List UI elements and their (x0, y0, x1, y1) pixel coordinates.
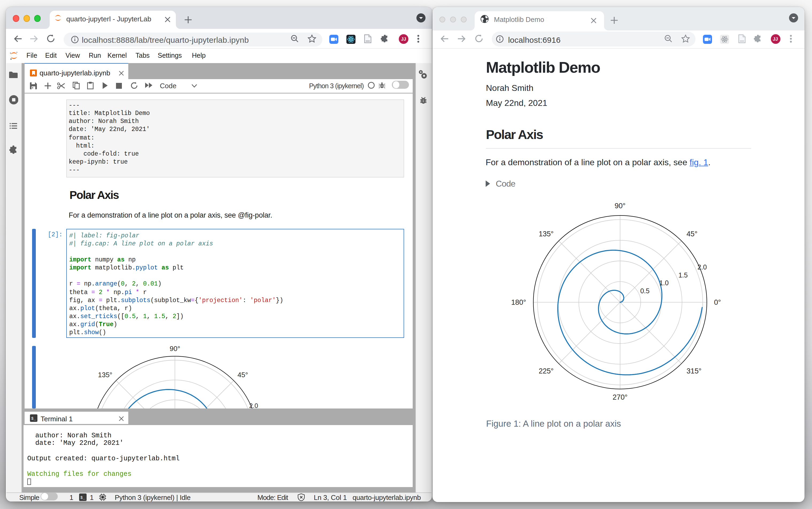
svg-text:0.5: 0.5 (640, 287, 649, 295)
svg-text:2.0: 2.0 (698, 263, 707, 271)
svg-text:90°: 90° (170, 345, 180, 352)
svg-text:135°: 135° (98, 371, 112, 378)
svg-text:0°: 0° (714, 298, 721, 306)
svg-text:315°: 315° (686, 367, 702, 375)
svg-text:2.0: 2.0 (249, 402, 258, 408)
svg-text:180°: 180° (511, 298, 526, 306)
svg-text:$_: $_ (80, 496, 85, 500)
svg-text:90°: 90° (615, 202, 626, 210)
svg-text:135°: 135° (539, 230, 554, 238)
svg-text:45°: 45° (237, 371, 248, 378)
svg-text:270°: 270° (612, 393, 628, 401)
svg-text:1.0: 1.0 (659, 279, 669, 286)
svg-text:225°: 225° (539, 367, 554, 375)
svg-text:1.5: 1.5 (678, 271, 688, 279)
svg-text:$_: $_ (31, 416, 36, 421)
svg-text:45°: 45° (686, 230, 698, 238)
